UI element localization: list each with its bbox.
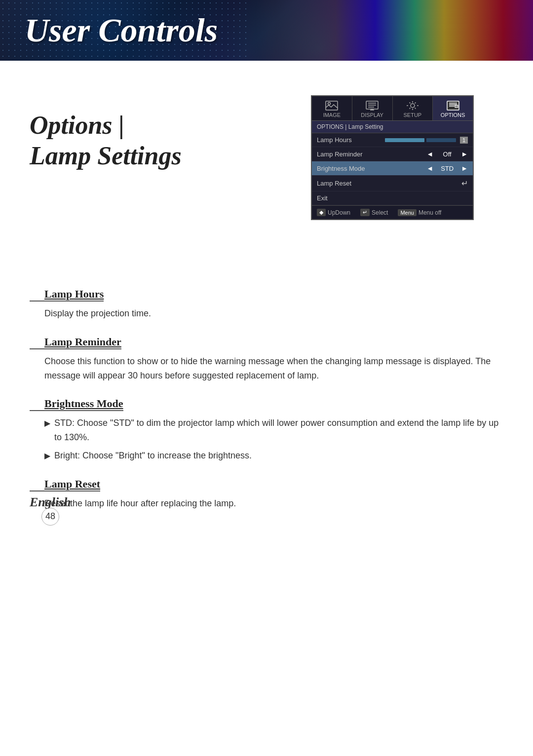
tab-display-label: DISPLAY (361, 112, 383, 118)
main-content: Options | Lamp Settings (0, 61, 533, 545)
tab-display[interactable]: DISPLAY (352, 96, 393, 120)
menu-row-lamp-reminder[interactable]: Lamp Reminder ◄ Off ► (312, 147, 473, 161)
title-and-menu: Options | Lamp Settings (30, 80, 503, 268)
section-lamp-hours: Lamp Hours Display the projection time. (30, 288, 503, 321)
section-title-block: Options | Lamp Settings (30, 80, 202, 172)
brightness-mode-heading: Brightness Mode (30, 397, 123, 411)
tab-setup-label: SETUP (404, 112, 422, 118)
menu-off-icon: Menu (398, 209, 417, 216)
bullet-arrow-1: ▶ (44, 417, 50, 430)
footer-menu-off: Menu Menu off (398, 209, 441, 216)
setup-icon (405, 100, 420, 111)
menu-off-label: Menu off (419, 209, 441, 216)
select-label: Select (372, 209, 388, 216)
bullet-arrow-2: ▶ (44, 450, 50, 462)
header-banner: User Controls (0, 0, 533, 61)
lamp-reset-body: Reset the lamp life hour after replacing… (44, 496, 503, 511)
section-brightness-mode: Brightness Mode ▶ STD: Choose "STD" to d… (30, 397, 503, 462)
page-title: User Controls (25, 11, 218, 50)
page-number: 48 (41, 508, 59, 526)
lamp-reminder-arrow-right: ► (461, 150, 468, 158)
tab-options-label: OPTIONS (441, 112, 465, 118)
lamp-hours-body: Display the projection time. (44, 306, 503, 321)
brightness-mode-label: Brightness Mode (317, 165, 426, 172)
brightness-mode-body: ▶ STD: Choose "STD" to dim the projector… (44, 416, 503, 462)
menu-footer: ◆ UpDown ↵ Select Menu Menu off (312, 205, 473, 219)
lamp-reminder-value: Off (437, 151, 457, 158)
section-lamp-reminder: Lamp Reminder Choose this function to sh… (30, 336, 503, 383)
display-icon (365, 100, 380, 111)
bar-segment (385, 138, 424, 142)
sections: Lamp Hours Display the projection time. … (30, 288, 503, 511)
updown-label: UpDown (328, 209, 350, 216)
english-badge: English 48 (30, 495, 71, 526)
menu-panel: IMAGE (311, 95, 474, 220)
tab-image[interactable]: IMAGE (312, 96, 352, 120)
image-icon (324, 100, 339, 111)
menu-row-lamp-reset[interactable]: Lamp Reset ↵ (312, 176, 473, 191)
lamp-hours-label: Lamp Hours (317, 136, 385, 144)
section-lamp-reset: Lamp Reset Reset the lamp life hour afte… (30, 478, 503, 511)
menu-tabs: IMAGE (312, 96, 473, 121)
lamp-reminder-arrow-left: ◄ (426, 150, 433, 158)
svg-point-9 (411, 104, 415, 108)
bar-segment-2 (426, 138, 456, 142)
menu-breadcrumb: OPTIONS | Lamp Setting (312, 121, 473, 133)
tab-setup[interactable]: SETUP (393, 96, 433, 120)
menu-row-brightness-mode[interactable]: Brightness Mode ◄ STD ► (312, 161, 473, 176)
updown-icon: ◆ (317, 209, 326, 216)
layout-wrapper: Options | Lamp Settings (30, 80, 503, 511)
lamp-hours-bar: 1 (385, 137, 468, 144)
lamp-reminder-heading: Lamp Reminder (30, 336, 121, 349)
tab-image-label: IMAGE (323, 112, 341, 118)
lamp-reminder-label: Lamp Reminder (317, 151, 426, 158)
section-title: Options | Lamp Settings (30, 110, 202, 172)
brightness-bullet-1: ▶ STD: Choose "STD" to dim the projector… (44, 416, 503, 445)
lamp-reminder-body: Choose this function to show or to hide … (44, 354, 503, 383)
svg-rect-0 (326, 101, 338, 110)
tab-options[interactable]: OPTIONS (433, 96, 473, 120)
footer-select: ↵ Select (360, 209, 388, 216)
svg-rect-14 (455, 105, 458, 108)
footer-updown: ◆ UpDown (317, 209, 350, 216)
brightness-bullet-2-text: Bright: Choose "Bright" to increase the … (54, 449, 252, 463)
menu-row-exit[interactable]: Exit (312, 191, 473, 205)
brightness-mode-arrow-right: ► (461, 164, 468, 172)
lamp-reset-heading: Lamp Reset (30, 478, 100, 491)
exit-label: Exit (317, 194, 468, 202)
lamp-reset-label: Lamp Reset (317, 180, 461, 187)
lamp-hours-heading: Lamp Hours (30, 288, 104, 302)
select-icon: ↵ (360, 209, 370, 216)
lamp-reset-enter-icon: ↵ (461, 179, 468, 188)
brightness-mode-arrow-left: ◄ (426, 164, 433, 172)
lamp-hours-value: 1 (460, 137, 468, 144)
menu-row-lamp-hours[interactable]: Lamp Hours 1 (312, 133, 473, 147)
brightness-mode-value: STD (437, 165, 457, 172)
menu-rows: Lamp Hours 1 Lamp Reminder ◄ Off ► (312, 133, 473, 205)
brightness-bullet-1-text: STD: Choose "STD" to dim the projector l… (54, 416, 503, 445)
brightness-bullet-2: ▶ Bright: Choose "Bright" to increase th… (44, 449, 503, 463)
options-icon (446, 100, 460, 111)
svg-point-1 (328, 103, 331, 105)
header-colorful-overlay (336, 0, 533, 61)
